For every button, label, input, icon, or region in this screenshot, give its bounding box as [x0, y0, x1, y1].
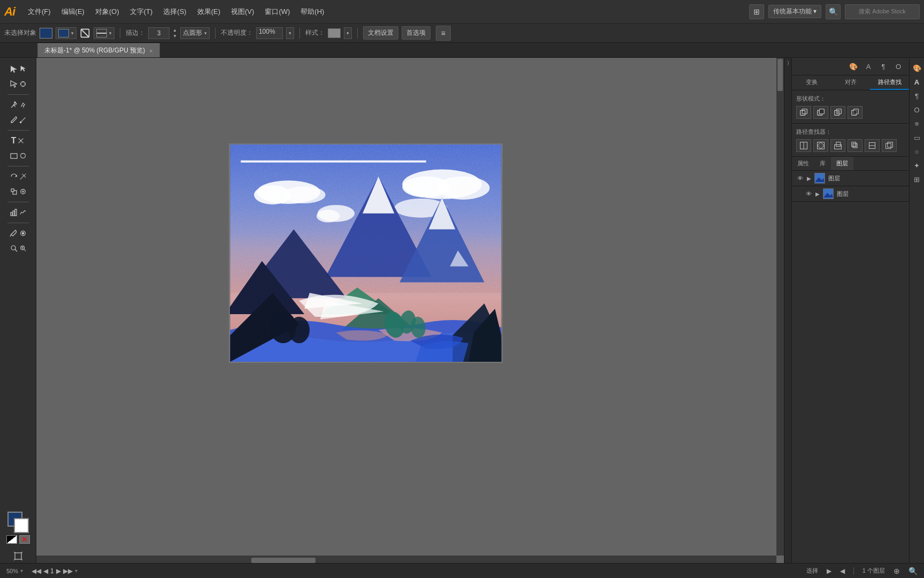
menu-view[interactable]: 视图(V)	[226, 5, 259, 19]
status-arrow[interactable]: ▶	[827, 567, 831, 575]
fill-dropdown[interactable]: ▾	[56, 27, 76, 39]
none-btn[interactable]: ✕	[19, 535, 30, 544]
graph-tool[interactable]	[3, 206, 33, 219]
stroke-stepper[interactable]: ▲ ▼	[173, 27, 177, 39]
minus-front-btn[interactable]	[813, 106, 828, 119]
menu-edit[interactable]: 编辑(E)	[56, 5, 90, 19]
minus-back-btn[interactable]	[882, 139, 897, 152]
artboard-tool[interactable]	[3, 549, 33, 563]
hamburger-icon[interactable]: ≡	[911, 118, 923, 130]
svg-rect-91	[886, 143, 891, 149]
opacity-value[interactable]: 100%	[256, 27, 283, 39]
zoom-tool[interactable]	[3, 241, 33, 255]
svg-marker-84	[818, 142, 825, 149]
stroke-value[interactable]: 3	[148, 27, 170, 39]
status-sep	[853, 567, 854, 575]
layer-expand-icon[interactable]: ▶	[815, 191, 820, 197]
prev-btn[interactable]: ◀	[43, 567, 48, 575]
menu-window[interactable]: 窗口(W)	[259, 5, 295, 19]
tab-align[interactable]: 对齐	[831, 75, 870, 90]
tab-transform[interactable]: 变换	[792, 75, 831, 90]
menu-select[interactable]: 选择(S)	[158, 5, 191, 19]
vertical-scroll-thumb[interactable]	[777, 59, 783, 91]
tab-close-button[interactable]: ×	[149, 48, 152, 54]
menu-file[interactable]: 文件(F)	[22, 5, 56, 19]
menu-text[interactable]: 文字(T)	[125, 5, 158, 19]
vertical-scrollbar[interactable]	[776, 58, 784, 556]
rectangle-tool[interactable]	[3, 149, 33, 163]
right-icon-bar: 🎨 A ¶ O ≡ ▭ ○ ✦ ⊞	[909, 58, 924, 563]
select-tool[interactable]	[3, 62, 33, 76]
preferences-button[interactable]: 首选项	[402, 26, 430, 40]
layer-visibility-icon[interactable]: 👁	[796, 174, 804, 182]
tab-pathfinder[interactable]: 路径查找	[870, 75, 909, 90]
unite-btn[interactable]	[796, 106, 811, 119]
text-tool[interactable]: T	[3, 134, 33, 148]
next-page-btn[interactable]: ▶▶	[63, 567, 73, 575]
color-mode-btn[interactable]	[6, 535, 17, 544]
opacity-dropdown[interactable]: ▾	[286, 27, 294, 39]
adobe-stock-search[interactable]: 搜索 Adobe Stock	[845, 4, 920, 19]
selection-label: 未选择对象	[4, 28, 36, 37]
canvas-area[interactable]	[36, 58, 784, 563]
next-btn[interactable]: ▶	[56, 567, 61, 575]
rect-icon[interactable]: ▭	[911, 132, 923, 143]
intersect-btn[interactable]	[830, 106, 845, 119]
tab-library[interactable]: 库	[814, 157, 831, 170]
rotate-tool[interactable]	[3, 170, 33, 184]
menu-effect[interactable]: 效果(E)	[192, 5, 226, 19]
crop-btn[interactable]	[848, 139, 863, 152]
color-guide-icon[interactable]: 🎨	[911, 62, 923, 74]
search-layer-icon[interactable]: 🔍	[908, 567, 918, 575]
horizontal-scroll-thumb[interactable]	[251, 558, 315, 563]
doc-settings-button[interactable]: 文档设置	[363, 26, 398, 40]
type-icon[interactable]: A	[911, 76, 923, 88]
circle-icon[interactable]: ○	[911, 146, 923, 157]
status-back[interactable]: ◀	[840, 567, 845, 575]
exclude-btn[interactable]	[848, 106, 863, 119]
svg-line-36	[21, 552, 22, 553]
workspace-icon[interactable]: ⊞	[749, 4, 764, 19]
panel-collapse-handle[interactable]: ⟩	[784, 58, 791, 563]
panel-paragraph-icon[interactable]: ¶	[877, 60, 890, 73]
pen-tool[interactable]	[3, 98, 33, 112]
search-icon[interactable]: 🔍	[826, 4, 841, 19]
horizontal-scrollbar[interactable]	[36, 556, 776, 563]
fill-color[interactable]	[40, 28, 52, 39]
style-swatch[interactable]	[328, 28, 341, 38]
menu-help[interactable]: 帮助(H)	[295, 5, 329, 19]
direct-select-tool[interactable]	[3, 77, 33, 91]
more-options-icon[interactable]: ≡	[436, 26, 451, 41]
trim-btn[interactable]	[813, 139, 828, 152]
tab-attributes[interactable]: 属性	[792, 157, 814, 170]
stroke-style-dropdown[interactable]: 点圆形 ▾	[180, 27, 210, 39]
outline-btn[interactable]	[865, 139, 880, 152]
scale-tool[interactable]	[3, 185, 33, 199]
background-color[interactable]	[14, 518, 29, 533]
panel-char-icon[interactable]: O	[892, 60, 905, 73]
opacity-label: 不透明度：	[221, 28, 253, 37]
new-layer-icon[interactable]: ⊕	[894, 567, 900, 575]
paragraph-icon[interactable]: ¶	[911, 90, 923, 102]
layer-visibility-icon[interactable]: 👁	[805, 190, 812, 197]
tab-layers[interactable]: 图层	[831, 157, 853, 170]
style-dropdown[interactable]: ▾	[344, 27, 352, 39]
workspace-dropdown[interactable]: 传统基本功能 ▾	[768, 5, 821, 18]
divide-btn[interactable]	[796, 139, 811, 152]
prev-page-btn[interactable]: ◀◀	[32, 567, 41, 575]
list-item[interactable]: 👁 ▶ 图层	[792, 186, 909, 202]
panel-type-icon[interactable]: A	[862, 60, 875, 73]
sun-icon[interactable]: ✦	[911, 159, 923, 171]
grid-icon[interactable]: ⊞	[911, 173, 923, 185]
eyedropper-tool[interactable]	[3, 226, 33, 240]
merge-btn[interactable]	[830, 139, 845, 152]
brush-tool[interactable]	[3, 113, 33, 127]
list-item[interactable]: 👁 ▶ 图层	[792, 171, 909, 186]
zoom-level[interactable]: 50% ▾	[6, 568, 23, 574]
tab-document[interactable]: 未标题-1* @ 50% (RGB/GPU 预览) ×	[37, 43, 160, 57]
panel-color-icon[interactable]: 🎨	[847, 60, 860, 73]
char-icon[interactable]: O	[911, 104, 923, 116]
menu-object[interactable]: 对象(O)	[90, 5, 125, 19]
stroke-dropdown[interactable]: ▾	[94, 27, 114, 39]
layer-expand-icon[interactable]: ▶	[807, 176, 811, 181]
